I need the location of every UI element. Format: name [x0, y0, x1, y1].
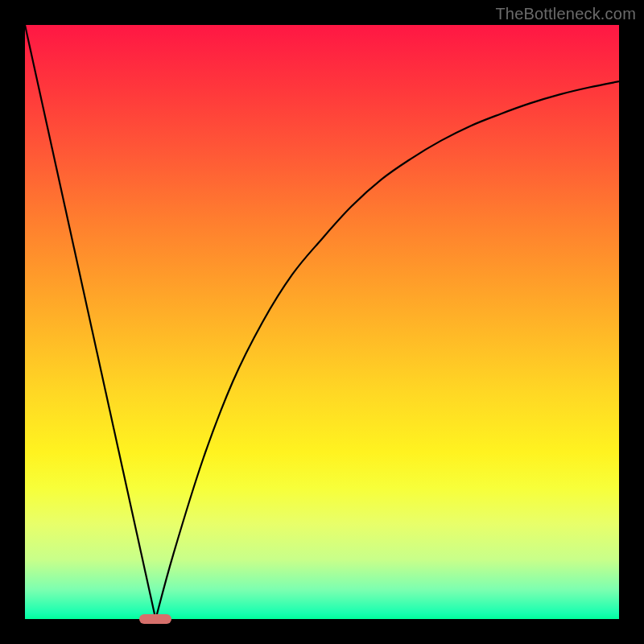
plot-area: [25, 25, 619, 619]
chart-frame: TheBottleneck.com: [0, 0, 644, 644]
attribution-text: TheBottleneck.com: [495, 5, 636, 23]
minimum-marker: [139, 614, 171, 624]
curve-layer: [25, 25, 619, 619]
right-curve-line: [155, 81, 619, 619]
left-slope-line: [25, 25, 155, 619]
